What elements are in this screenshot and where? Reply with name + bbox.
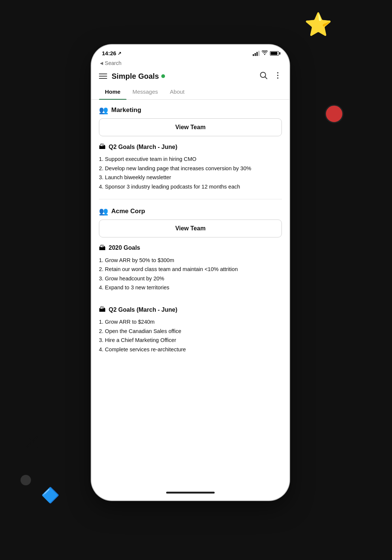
gem-decoration: 🔷: [41, 486, 60, 504]
goal-item: 1. Grow ARR to $240m: [99, 317, 282, 327]
svg-point-2: [277, 72, 279, 74]
header-right: [259, 71, 282, 81]
phone-frame: 14:26 ↗ ◄ Search: [91, 45, 289, 500]
svg-point-4: [277, 77, 279, 79]
tab-about[interactable]: About: [164, 85, 190, 99]
team-icon-acme: 👥: [99, 207, 108, 216]
team-section-acme: 👥 Acme Corp View Team 🏔 2020 Goals 1. Gr…: [99, 207, 282, 354]
team-name-marketing: Marketing: [111, 106, 141, 114]
battery-icon: [270, 51, 279, 56]
team-icon-marketing: 👥: [99, 106, 108, 115]
goal-item: 4. Sponsor 3 industry leading podcasts f…: [99, 182, 282, 192]
goal-item: 2. Open the Canadian Sales office: [99, 327, 282, 336]
goals-list-marketing-q2: 1. Support executive team in hiring CMO …: [99, 155, 282, 192]
team-name-acme: Acme Corp: [111, 208, 145, 215]
flower-decoration: ✳: [22, 429, 41, 455]
view-team-button-acme[interactable]: View Team: [99, 220, 282, 237]
goal-item: 1. Support executive team in hiring CMO: [99, 155, 282, 164]
goals-icon-acme-2020: 🏔: [99, 244, 106, 252]
goal-item: 4. Complete services re-architecture: [99, 345, 282, 354]
goals-list-acme-2020: 1. Grow ARR by 50% to $300m 2. Retain ou…: [99, 256, 282, 293]
svg-point-3: [277, 75, 279, 76]
small-circle-decoration: [21, 475, 31, 485]
more-options-icon[interactable]: [274, 71, 282, 81]
goals-title-acme-q2: Q2 Goals (March - June): [109, 307, 177, 313]
home-indicator: [166, 492, 215, 494]
back-link[interactable]: ◄ Search: [99, 60, 282, 66]
search-icon[interactable]: [259, 71, 268, 81]
goals-list-acme-q2: 1. Grow ARR to $240m 2. Open the Canadia…: [99, 317, 282, 354]
back-arrow: ◄: [99, 60, 104, 66]
hamburger-icon[interactable]: [99, 74, 107, 79]
goals-icon-marketing-q2: 🏔: [99, 143, 106, 151]
team-section-marketing: 👥 Marketing View Team 🏔 Q2 Goals (March …: [99, 106, 282, 192]
goals-title-marketing-q2: Q2 Goals (March - June): [109, 144, 177, 150]
app-title: Simple Goals: [112, 72, 165, 81]
view-team-button-marketing[interactable]: View Team: [99, 118, 282, 136]
back-navigation: ◄ Search: [91, 59, 289, 69]
app-title-text: Simple Goals: [112, 72, 159, 81]
tab-navigation: Home Messages About: [91, 85, 289, 100]
tab-messages[interactable]: Messages: [127, 85, 164, 99]
tab-home-label: Home: [105, 88, 121, 95]
app-header: Simple Goals: [91, 69, 289, 85]
back-label: Search: [105, 60, 121, 66]
signal-icon: [253, 51, 259, 56]
tab-home[interactable]: Home: [99, 85, 127, 99]
goals-header-acme-q2: 🏔 Q2 Goals (March - June): [99, 306, 282, 314]
goals-header-marketing-q2: 🏔 Q2 Goals (March - June): [99, 143, 282, 151]
nav-arrow: ↗: [118, 51, 121, 56]
goal-item: 2. Develop new landing page that increas…: [99, 164, 282, 173]
goal-item: 3. Grow headcount by 20%: [99, 274, 282, 283]
goal-item: 2. Retain our word class team and mainta…: [99, 265, 282, 274]
goals-section-acme-2020: 🏔 2020 Goals 1. Grow ARR by 50% to $300m…: [99, 244, 282, 293]
svg-line-1: [265, 77, 267, 79]
goal-item: 3. Launch biweekly newsletter: [99, 173, 282, 182]
goals-title-acme-2020: 2020 Goals: [109, 245, 140, 251]
star-decoration: ⭐: [304, 11, 332, 38]
status-bar: 14:26 ↗: [91, 45, 289, 59]
goals-icon-acme-q2: 🏔: [99, 306, 106, 314]
team-header-acme: 👥 Acme Corp: [99, 207, 282, 216]
header-left: Simple Goals: [99, 72, 165, 81]
goals-section-acme-q2: 🏔 Q2 Goals (March - June) 1. Grow ARR to…: [99, 306, 282, 354]
status-icons: [253, 50, 279, 56]
red-circle-decoration: [325, 105, 343, 123]
team-header-marketing: 👥 Marketing: [99, 106, 282, 115]
wifi-icon: [262, 50, 268, 56]
goal-item: 3. Hire a Chief Marketing Officer: [99, 336, 282, 345]
tab-messages-label: Messages: [133, 88, 158, 95]
tab-about-label: About: [170, 88, 184, 95]
status-time: 14:26 ↗: [102, 50, 121, 56]
goals-header-acme-2020: 🏔 2020 Goals: [99, 244, 282, 252]
online-indicator: [161, 74, 165, 78]
goal-item: 4. Expand to 3 new territories: [99, 283, 282, 292]
goal-item: 1. Grow ARR by 50% to $300m: [99, 256, 282, 265]
time-display: 14:26: [102, 50, 116, 56]
content-area: 👥 Marketing View Team 🏔 Q2 Goals (March …: [91, 100, 289, 488]
goals-section-marketing-q2: 🏔 Q2 Goals (March - June) 1. Support exe…: [99, 143, 282, 192]
section-divider-1: [99, 199, 282, 199]
